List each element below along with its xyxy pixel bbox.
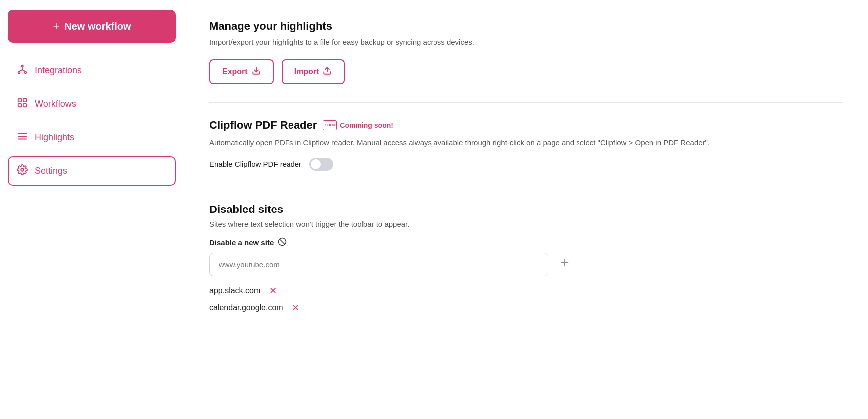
- highlights-buttons: Export Import: [209, 59, 843, 84]
- list-item: app.slack.com ✕: [209, 285, 843, 296]
- disable-new-site-label-row: Disable a new site: [209, 237, 843, 248]
- svg-line-17: [280, 239, 285, 244]
- pdf-reader-section: Clipflow PDF Reader SOON Comming soon! A…: [209, 119, 843, 171]
- new-workflow-label: New workflow: [64, 21, 131, 32]
- pdf-reader-description: Automatically open PDFs in Clipflow read…: [209, 137, 757, 149]
- pdf-title-row: Clipflow PDF Reader SOON Comming soon!: [209, 119, 843, 132]
- main-content: Manage your highlights Import/export you…: [184, 0, 868, 419]
- sidebar-item-highlights-label: Highlights: [35, 132, 74, 143]
- toggle-label: Enable Clipflow PDF reader: [209, 160, 301, 168]
- new-site-input[interactable]: [209, 253, 548, 276]
- sidebar-item-integrations[interactable]: Integrations: [8, 56, 176, 85]
- svg-rect-9: [23, 104, 26, 107]
- highlights-icon: [17, 131, 28, 144]
- list-item: calendar.google.com ✕: [209, 302, 843, 313]
- import-icon: [323, 66, 332, 77]
- svg-point-13: [21, 168, 24, 171]
- toggle-row: Enable Clipflow PDF reader: [209, 158, 843, 171]
- svg-rect-8: [18, 104, 21, 107]
- export-label: Export: [222, 67, 248, 76]
- highlights-title: Manage your highlights: [209, 20, 843, 33]
- sidebar-item-workflows[interactable]: Workflows: [8, 89, 176, 119]
- highlights-section: Manage your highlights Import/export you…: [209, 20, 843, 84]
- export-button[interactable]: Export: [209, 59, 274, 84]
- svg-line-4: [19, 70, 22, 72]
- disabled-sites-description: Sites where text selection won't trigger…: [209, 220, 843, 228]
- site-domain-2: calendar.google.com: [209, 303, 283, 312]
- disabled-sites-section: Disabled sites Sites where text selectio…: [209, 203, 843, 313]
- workflows-icon: [17, 97, 28, 111]
- new-workflow-button[interactable]: + New workflow: [8, 10, 176, 43]
- import-label: Import: [294, 67, 319, 76]
- import-button[interactable]: Import: [282, 59, 345, 84]
- disabled-sites-title: Disabled sites: [209, 203, 843, 216]
- export-icon: [252, 66, 261, 77]
- sidebar: + New workflow Integrations Workflows: [0, 0, 184, 419]
- site-domain-1: app.slack.com: [209, 286, 260, 295]
- sidebar-item-settings-label: Settings: [35, 166, 67, 176]
- coming-soon-badge: SOON Comming soon!: [323, 120, 393, 130]
- svg-rect-7: [23, 99, 26, 102]
- remove-site-button-2[interactable]: ✕: [290, 302, 301, 313]
- coming-soon-text: Comming soon!: [340, 121, 393, 129]
- highlights-description: Import/export your highlights to a file …: [209, 37, 843, 48]
- integrations-icon: [17, 64, 28, 77]
- divider-2: [209, 187, 843, 187]
- site-input-row: [209, 253, 843, 276]
- pdf-reader-toggle[interactable]: [309, 158, 333, 171]
- disable-new-site-text: Disable a new site: [209, 238, 274, 247]
- svg-rect-6: [18, 99, 21, 102]
- sidebar-item-highlights[interactable]: Highlights: [8, 123, 176, 152]
- sidebar-item-workflows-label: Workflows: [35, 99, 76, 109]
- svg-line-5: [22, 70, 25, 72]
- remove-site-button-1[interactable]: ✕: [267, 285, 279, 296]
- divider-1: [209, 102, 843, 103]
- edit-icon: [278, 237, 287, 248]
- sidebar-item-settings[interactable]: Settings: [8, 156, 176, 186]
- add-site-button[interactable]: [555, 255, 574, 273]
- coming-soon-icon: SOON: [323, 120, 337, 130]
- disabled-sites-list: app.slack.com ✕ calendar.google.com ✕: [209, 285, 843, 313]
- sidebar-item-integrations-label: Integrations: [35, 65, 82, 76]
- plus-icon: +: [53, 20, 59, 33]
- settings-icon: [17, 164, 28, 178]
- pdf-reader-title: Clipflow PDF Reader: [209, 119, 317, 132]
